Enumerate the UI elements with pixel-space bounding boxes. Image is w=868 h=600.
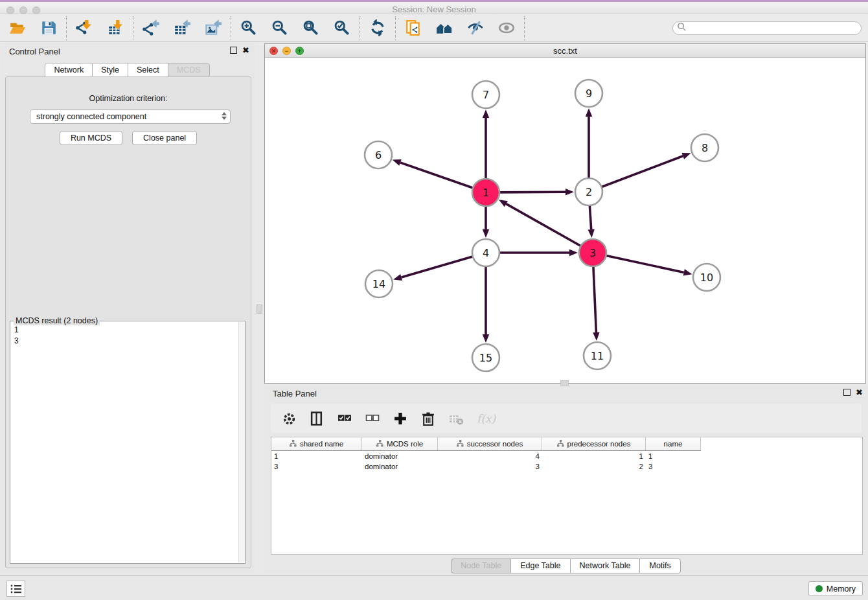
network-resize-handle[interactable] — [560, 380, 569, 386]
column-header-MCDS-role[interactable]: MCDS role — [362, 437, 438, 450]
result-scrollbar[interactable] — [238, 322, 245, 562]
float-panel-icon[interactable] — [230, 47, 237, 54]
zoom-selected-icon[interactable] — [333, 19, 351, 37]
tab-mcds[interactable]: MCDS — [168, 63, 210, 78]
column-header-successor-nodes[interactable]: successor nodes — [438, 437, 542, 450]
edge-arrowhead — [565, 189, 574, 195]
export-network-icon[interactable] — [142, 19, 160, 37]
node-table[interactable]: shared nameMCDS rolesuccessor nodesprede… — [271, 437, 863, 555]
export-table-icon[interactable] — [173, 19, 191, 37]
delete-row-icon[interactable] — [421, 410, 435, 427]
network-view-window: ✕ − + scc.txt 7968124314101511 — [264, 43, 866, 384]
node-label-15: 15 — [479, 352, 492, 364]
column-label: predecessor nodes — [567, 440, 631, 448]
search-input[interactable] — [687, 23, 861, 34]
zoom-fit-icon[interactable] — [302, 19, 320, 37]
sort-hierarchy-icon — [376, 440, 383, 448]
mcds-result-box: MCDS result (2 nodes) 1 3 — [10, 321, 246, 564]
network-window-titlebar[interactable]: ✕ − + scc.txt — [265, 44, 865, 58]
table-panel-title: Table Panel — [273, 389, 317, 398]
table-cell: 3 — [438, 463, 542, 470]
status-bar: Memory — [0, 575, 868, 600]
edge-arrowhead — [483, 110, 489, 118]
toolbar-group — [133, 16, 231, 40]
table-cell: 1 — [542, 452, 646, 460]
tab-node-table[interactable]: Node Table — [451, 559, 511, 573]
node-label-3: 3 — [589, 247, 596, 259]
sort-hierarchy-icon — [557, 440, 564, 448]
column-header-name[interactable]: name — [646, 437, 701, 450]
column-header-shared-name[interactable]: shared name — [271, 437, 362, 450]
show-columns-icon[interactable] — [310, 410, 324, 427]
node-label-11: 11 — [591, 350, 604, 362]
column-settings-icon[interactable] — [282, 410, 296, 427]
control-panel-title: Control Panel — [9, 47, 60, 56]
zoom-out-icon[interactable] — [271, 19, 289, 37]
table-row[interactable]: 3dominator323 — [271, 461, 862, 472]
table-row[interactable]: 1dominator411 — [271, 451, 862, 461]
task-history-button[interactable] — [6, 581, 25, 597]
node-label-10: 10 — [700, 271, 713, 284]
memory-button[interactable]: Memory — [808, 581, 863, 596]
edge-arrowhead — [393, 274, 402, 281]
network-graph[interactable]: 7968124314101511 — [265, 58, 865, 383]
close-panel-button[interactable]: Close panel — [132, 131, 197, 145]
edge-2-8[interactable] — [589, 156, 683, 192]
memory-label: Memory — [827, 584, 856, 594]
edge-arrowhead — [681, 153, 691, 159]
add-row-icon[interactable] — [393, 410, 407, 427]
list-icon — [10, 584, 22, 594]
edge-arrowhead — [569, 249, 578, 256]
edge-arrowhead — [588, 229, 595, 238]
table-cell: 2 — [542, 463, 646, 470]
table-panel: Table Panel ✖ f(x) shared nameMCDS roles… — [264, 386, 868, 574]
edge-arrowhead — [586, 108, 592, 117]
tab-network-table[interactable]: Network Table — [570, 559, 641, 573]
mcds-result-text[interactable]: 1 3 — [10, 323, 238, 563]
node-label-9: 9 — [586, 87, 592, 100]
column-label: MCDS role — [387, 440, 423, 448]
dropdown-stepper-icon — [222, 112, 227, 120]
tab-style[interactable]: Style — [92, 63, 128, 78]
tab-motifs[interactable]: Motifs — [639, 559, 680, 573]
splitter-handle[interactable] — [257, 305, 262, 314]
tab-network[interactable]: Network — [45, 63, 93, 78]
import-table-icon[interactable] — [106, 19, 124, 37]
window-title: Session: New Session — [0, 5, 868, 14]
export-image-icon[interactable] — [204, 19, 222, 37]
sort-hierarchy-icon — [457, 440, 464, 448]
deselect-all-icon[interactable] — [365, 410, 380, 427]
zoom-in-icon[interactable] — [240, 19, 258, 37]
toolbar-group — [67, 16, 133, 40]
panel-splitter[interactable] — [255, 43, 264, 574]
table-panel-header: Table Panel ✖ — [264, 386, 868, 402]
close-panel-icon[interactable]: ✖ — [242, 47, 249, 54]
table-cell: dominator — [362, 452, 438, 460]
new-network-from-selection-icon[interactable] — [404, 19, 422, 37]
table-tabs: Node TableEdge TableNetwork TableMotifs — [264, 559, 868, 573]
save-session-icon[interactable] — [40, 19, 58, 37]
run-mcds-button[interactable]: Run MCDS — [60, 131, 122, 145]
close-table-panel-icon[interactable]: ✖ — [856, 389, 863, 396]
import-network-icon[interactable] — [75, 19, 93, 37]
float-table-panel-icon[interactable] — [843, 389, 851, 396]
table-cell: dominator — [362, 463, 438, 470]
application-window: Session: New Session Control Panel ✖ Net… — [0, 0, 868, 600]
tab-select[interactable]: Select — [128, 63, 168, 78]
hide-selected-icon[interactable] — [466, 19, 485, 37]
search-box[interactable] — [672, 21, 862, 35]
open-session-icon[interactable] — [8, 19, 27, 37]
criterion-dropdown[interactable]: strongly connected component — [30, 110, 231, 124]
select-all-icon[interactable] — [337, 410, 352, 427]
column-header-predecessor-nodes[interactable]: predecessor nodes — [542, 437, 646, 450]
show-all-icon[interactable] — [497, 19, 516, 37]
refresh-layout-icon[interactable] — [369, 19, 387, 37]
first-neighbors-icon[interactable] — [435, 19, 453, 37]
delete-table-icon — [449, 410, 463, 427]
table-header-row: shared nameMCDS rolesuccessor nodesprede… — [271, 437, 701, 451]
tab-edge-table[interactable]: Edge Table — [510, 559, 570, 573]
node-label-1: 1 — [483, 187, 489, 199]
node-label-6: 6 — [375, 149, 382, 161]
node-label-14: 14 — [372, 278, 385, 290]
edge-3-1[interactable] — [506, 204, 593, 253]
